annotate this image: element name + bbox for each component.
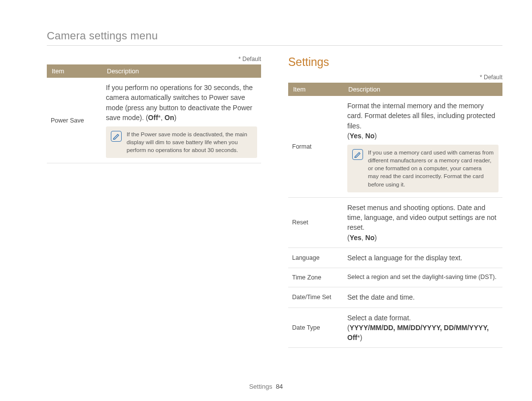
cell-item: Language	[288, 247, 343, 268]
cell-item: Time Zone	[288, 268, 343, 287]
cell-desc: Set the date and time.	[343, 287, 502, 308]
footer-label: Settings	[249, 383, 272, 390]
cell-item: Reset	[288, 197, 343, 247]
cell-desc: Select a language for the display text.	[343, 247, 502, 268]
page-title: Camera settings menu	[47, 30, 502, 46]
th-description: Description	[102, 64, 261, 78]
opt2: MM/DD/YYYY	[397, 324, 440, 332]
note-text: If the Power save mode is deactivated, t…	[127, 130, 252, 154]
note-box: If you use a memory card used with camer…	[347, 145, 499, 192]
left-table: Item Description Power Save If you perfo…	[47, 64, 261, 163]
th-item: Item	[288, 83, 343, 96]
note-icon	[111, 131, 122, 142]
opt-off: Off	[148, 114, 158, 122]
cell-item: Format	[288, 96, 343, 197]
default-note-left: * Default	[47, 56, 261, 62]
row-date-time-set: Date/Time Set Set the date and time.	[288, 287, 502, 308]
opt-sep: ,	[362, 132, 366, 140]
opt1: YYYY/MM/DD	[350, 324, 394, 332]
opts-close: )	[374, 132, 377, 140]
opts-close: )	[360, 334, 363, 341]
desc-main: Reset menus and shooting options. Date a…	[347, 204, 497, 232]
footer-page: 84	[276, 383, 283, 390]
cell-item: Date/Time Set	[288, 287, 343, 308]
opt-on: On	[165, 114, 174, 122]
table-header-row: Item Description	[47, 64, 261, 78]
note-icon	[352, 149, 363, 160]
desc-text: Select a date format. (YYYY/MM/DD, MM/DD…	[347, 313, 499, 343]
note-text: If you use a memory card used with camer…	[368, 149, 494, 188]
row-reset: Reset Reset menus and shooting options. …	[288, 197, 502, 247]
desc-text: If you perform no operations for 30 seco…	[106, 83, 257, 123]
opts: (Yes, No)	[347, 234, 377, 242]
cell-desc: Select a region and set the daylight-sav…	[343, 268, 502, 287]
opts-close: )	[174, 114, 177, 122]
opts-close: )	[374, 234, 377, 242]
table-header-row: Item Description	[288, 83, 502, 96]
note-box: If the Power save mode is deactivated, t…	[106, 126, 257, 158]
sep1: ,	[393, 324, 397, 332]
desc-main: Select a date format.	[347, 314, 411, 322]
opt-sep: ,	[362, 234, 366, 242]
default-note-right: * Default	[288, 74, 502, 81]
row-date-type: Date Type Select a date format. (YYYY/MM…	[288, 308, 502, 348]
cell-desc: Reset menus and shooting options. Date a…	[343, 197, 502, 247]
sep3: ,	[487, 324, 489, 332]
cell-desc: If you perform no operations for 30 seco…	[102, 78, 261, 163]
row-language: Language Select a language for the displ…	[288, 247, 502, 268]
cell-item: Power Save	[47, 78, 102, 163]
right-table: Item Description Format Format the inter…	[288, 83, 502, 348]
page-footer: Settings 84	[0, 383, 532, 390]
th-item: Item	[47, 64, 102, 78]
cell-desc: Select a date format. (YYYY/MM/DD, MM/DD…	[343, 308, 502, 348]
opt-no: No	[366, 132, 375, 140]
opt-yes: Yes	[350, 132, 362, 140]
opt-yes: Yes	[350, 234, 362, 242]
right-column: Settings * Default Item Description Form…	[288, 56, 502, 348]
columns: * Default Item Description Power Save If…	[47, 56, 502, 348]
th-description: Description	[343, 83, 502, 96]
desc-text: Reset menus and shooting options. Date a…	[347, 203, 499, 243]
page-root: Camera settings menu * Default Item Desc…	[0, 0, 532, 401]
sep2: ,	[440, 324, 444, 332]
opts: (YYYY/MM/DD, MM/DD/YYYY, DD/MM/YYYY, Off…	[347, 324, 489, 341]
opts: (Yes, No)	[347, 132, 377, 140]
desc-text: Select a language for the display text.	[347, 253, 499, 263]
opt-no: No	[366, 234, 375, 242]
cell-desc: Format the internal memory and the memor…	[343, 96, 502, 197]
opt-sep: ,	[161, 114, 165, 122]
row-format: Format Format the internal memory and th…	[288, 96, 502, 197]
desc-text: Set the date and time.	[347, 292, 499, 302]
desc-main: If you perform no operations for 30 seco…	[106, 84, 253, 122]
row-power-save: Power Save If you perform no operations …	[47, 78, 261, 163]
row-time-zone: Time Zone Select a region and set the da…	[288, 268, 502, 287]
opt4: Off	[347, 334, 357, 341]
opt3: DD/MM/YYYY	[444, 324, 487, 332]
opts: (Off*, On)	[146, 114, 176, 122]
section-heading: Settings	[288, 56, 502, 69]
left-column: * Default Item Description Power Save If…	[47, 56, 261, 348]
desc-text: Select a region and set the daylight-sav…	[347, 273, 499, 282]
desc-main: Format the internal memory and the memor…	[347, 102, 495, 130]
cell-item: Date Type	[288, 308, 343, 348]
desc-text: Format the internal memory and the memor…	[347, 101, 499, 141]
